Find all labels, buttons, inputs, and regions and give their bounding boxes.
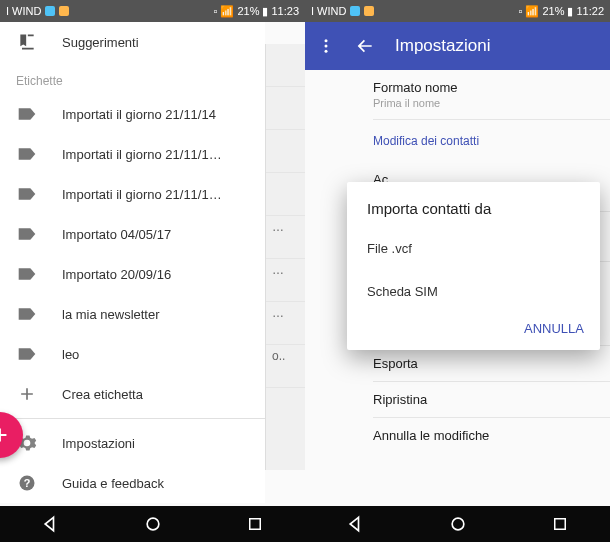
- label-icon: [16, 343, 38, 365]
- label-item[interactable]: Importati il giorno 21/11/1…: [0, 134, 265, 174]
- label-text: la mia newsletter: [62, 307, 160, 322]
- plus-icon: [16, 383, 38, 405]
- create-label-text: Crea etichetta: [62, 387, 143, 402]
- lte-icon: ▫: [519, 5, 523, 17]
- label-item[interactable]: Importato 20/09/16: [0, 254, 265, 294]
- status-bar: I WIND ▫ 📶 21% ▮ 11:23: [0, 0, 305, 22]
- navigation-bar: [0, 506, 305, 542]
- recent-button[interactable]: [246, 515, 264, 533]
- dialog-option-sim[interactable]: Scheda SIM: [347, 270, 600, 313]
- svg-point-7: [453, 518, 465, 530]
- dialog-cancel-button[interactable]: ANNULLA: [347, 313, 600, 344]
- clock-label: 11:22: [576, 5, 604, 17]
- label-text: Importati il giorno 21/11/14: [62, 107, 216, 122]
- phone-right: I WIND ▫ 📶 21% ▮ 11:22 Impostazioni Form…: [305, 0, 610, 542]
- drawer-help-label: Guida e feedback: [62, 476, 164, 491]
- label-text: Importato 04/05/17: [62, 227, 171, 242]
- label-icon: [16, 103, 38, 125]
- signal-icon: 📶: [220, 5, 234, 18]
- battery-icon: ▮: [567, 5, 573, 18]
- carrier-label: I WIND: [6, 5, 41, 17]
- label-item[interactable]: la mia newsletter: [0, 294, 265, 334]
- recent-button[interactable]: [551, 515, 569, 533]
- status-indicator-icon: [350, 6, 360, 16]
- dialog-option-vcf[interactable]: File .vcf: [347, 227, 600, 270]
- svg-text:?: ?: [24, 477, 31, 489]
- book-icon: [16, 31, 38, 53]
- clock-label: 11:23: [271, 5, 299, 17]
- battery-label: 21%: [542, 5, 564, 17]
- label-icon: [16, 143, 38, 165]
- lte-icon: ▫: [214, 5, 218, 17]
- home-button[interactable]: [143, 514, 163, 534]
- phone-left: I WIND ▫ 📶 21% ▮ 11:23 Suggerimenti Etic…: [0, 0, 305, 542]
- svg-rect-3: [250, 519, 261, 530]
- label-text: leo: [62, 347, 79, 362]
- label-text: Importato 20/09/16: [62, 267, 171, 282]
- svg-rect-8: [555, 519, 566, 530]
- labels-section-title: Etichette: [0, 62, 265, 94]
- label-item[interactable]: Importati il giorno 21/11/1…: [0, 174, 265, 214]
- signal-icon: 📶: [525, 5, 539, 18]
- label-icon: [16, 303, 38, 325]
- plus-icon: [0, 424, 11, 446]
- status-indicator-icon: [59, 6, 69, 16]
- drawer-settings[interactable]: Impostazioni: [0, 423, 265, 463]
- battery-label: 21%: [237, 5, 259, 17]
- drawer-settings-label: Impostazioni: [62, 436, 135, 451]
- label-item[interactable]: Importati il giorno 21/11/14: [0, 94, 265, 134]
- dialog-title: Importa contatti da: [347, 200, 600, 227]
- label-item[interactable]: leo: [0, 334, 265, 374]
- label-icon: [16, 223, 38, 245]
- back-button[interactable]: [346, 514, 366, 534]
- status-indicator-icon: [364, 6, 374, 16]
- carrier-label: I WIND: [311, 5, 346, 17]
- drawer-help[interactable]: ? Guida e feedback: [0, 463, 265, 503]
- create-label-button[interactable]: Crea etichetta: [0, 374, 265, 414]
- status-indicator-icon: [45, 6, 55, 16]
- background-content: ………o..: [265, 44, 305, 470]
- home-button[interactable]: [448, 514, 468, 534]
- label-text: Importati il giorno 21/11/1…: [62, 147, 222, 162]
- label-icon: [16, 263, 38, 285]
- navigation-bar: [305, 506, 610, 542]
- navigation-drawer: Suggerimenti Etichette Importati il gior…: [0, 22, 265, 503]
- status-bar: I WIND ▫ 📶 21% ▮ 11:22: [305, 0, 610, 22]
- dialog-scrim: Importa contatti da File .vcf Scheda SIM…: [305, 22, 610, 506]
- svg-point-2: [148, 518, 160, 530]
- drawer-suggestions[interactable]: Suggerimenti: [0, 22, 265, 62]
- label-text: Importati il giorno 21/11/1…: [62, 187, 222, 202]
- back-button[interactable]: [41, 514, 61, 534]
- label-icon: [16, 183, 38, 205]
- import-dialog: Importa contatti da File .vcf Scheda SIM…: [347, 182, 600, 350]
- label-item[interactable]: Importato 04/05/17: [0, 214, 265, 254]
- drawer-item-label: Suggerimenti: [62, 35, 139, 50]
- battery-icon: ▮: [262, 5, 268, 18]
- divider: [0, 418, 265, 419]
- help-icon: ?: [16, 472, 38, 494]
